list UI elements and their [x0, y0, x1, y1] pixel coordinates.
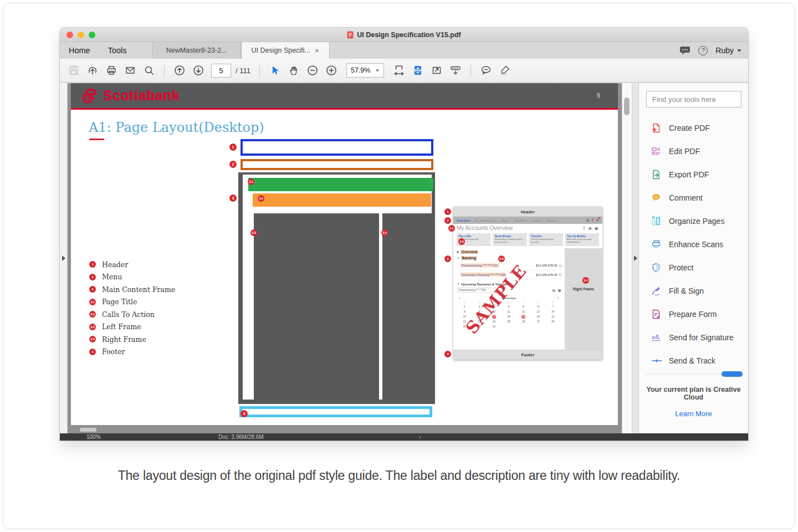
plan-text: Your current plan is Creative Cloud: [639, 386, 748, 401]
doc-tab-ui-design-spec[interactable]: UI Design Specifi... ×: [241, 42, 330, 59]
calendar-day: 12: [516, 309, 531, 314]
tool-label: Export PDF: [669, 170, 709, 179]
sample-account-row: Powerchecking *** **** 001 $12,345,678.9…: [457, 261, 562, 270]
close-tab-icon[interactable]: ×: [315, 47, 319, 55]
minimize-window-button[interactable]: [78, 32, 84, 38]
left-panel-strip: [60, 83, 68, 433]
zoom-window-button[interactable]: [89, 32, 95, 38]
chevron-down-icon: [376, 69, 379, 71]
calendar-day: 15: [457, 314, 472, 319]
doc-tab-newmaster[interactable]: NewMaster8-23-2...: [152, 42, 241, 59]
hand-tool-button[interactable]: [285, 62, 302, 79]
tool-send-and-track[interactable]: Send & Track: [639, 349, 748, 372]
calendar-day: 25: [502, 319, 516, 324]
calendar-day: 22: [457, 319, 472, 324]
close-window-button[interactable]: [66, 32, 73, 38]
sample-badge-2: 2: [444, 217, 451, 224]
tool-prepare-form[interactable]: Prepare Form: [639, 303, 748, 326]
enhance-scans-icon: [651, 239, 662, 250]
legend-item: 1 Header: [89, 260, 175, 268]
tool-comment[interactable]: Comment: [639, 186, 748, 209]
tool-edit-pdf[interactable]: Edit PDF: [639, 140, 748, 163]
comment-tool-button[interactable]: [478, 62, 494, 79]
calendar-days-grid: 1 2 3 4 5: [457, 304, 560, 329]
vertical-scrollbar[interactable]: [622, 83, 632, 433]
wireframe-right-frame: [382, 213, 432, 402]
partial-blue-button[interactable]: [722, 371, 743, 377]
horizontal-scrollbar-thumb[interactable]: [80, 428, 96, 432]
calendar-day: 11: [502, 309, 516, 314]
tool-enhance-scans[interactable]: Enhance Scans: [639, 233, 748, 256]
legend-label: Left Frame: [102, 323, 141, 331]
legend-badge: 3: [89, 286, 96, 293]
page-number-input[interactable]: [211, 64, 231, 78]
tool-protect[interactable]: Protect: [639, 256, 748, 279]
pdf-file-icon: [347, 31, 354, 39]
fit-width-button[interactable]: [391, 62, 407, 79]
hide-toolbar-button[interactable]: [447, 62, 464, 79]
tool-export-pdf[interactable]: Export PDF: [639, 163, 748, 186]
calendar-day: 16: [472, 314, 487, 319]
legend-item: 3.1 Page Title: [89, 298, 175, 306]
wireframe-left-frame: [254, 213, 379, 402]
upload-cloud-button[interactable]: [84, 62, 101, 79]
collapse-tools-panel-arrow-icon[interactable]: [634, 255, 637, 261]
badge-3-4: 3.4: [381, 229, 388, 236]
learn-more-link[interactable]: Learn More: [639, 410, 748, 418]
tab-tools[interactable]: Tools: [99, 42, 136, 59]
calendar-day: 1: [457, 304, 472, 309]
sample-upcoming-section: ▼ Upcoming Payments & Transfers: [457, 281, 562, 287]
protect-shield-icon: [651, 262, 662, 273]
select-tool-button[interactable]: [267, 62, 283, 79]
user-account-menu[interactable]: Ruby: [715, 46, 741, 55]
tool-send-for-signature[interactable]: Send for Signature: [639, 326, 748, 349]
send-and-track-icon: [651, 355, 662, 366]
tools-search-input[interactable]: [646, 91, 741, 108]
fit-page-button[interactable]: [410, 62, 426, 79]
tab-home[interactable]: Home: [60, 42, 99, 59]
tool-create-pdf[interactable]: Create PDF: [639, 116, 748, 140]
titlebar[interactable]: UI Design Specification V15.pdf: [60, 28, 748, 42]
sample-cta-cards: Pay a Bill Set funds to pay a bill Send …: [453, 232, 602, 248]
tool-fill-sign[interactable]: Fill & Sign: [639, 279, 748, 303]
tools-panel-divider: [632, 83, 638, 433]
sample-cta-card: Transfer Transfer money between accounts: [529, 233, 563, 246]
wireframe-menu-box: [241, 159, 433, 170]
tools-separator: [646, 374, 741, 374]
legend-badge: 2: [89, 274, 96, 280]
toolbar: / 111 57.9%: [60, 59, 748, 83]
notifications-bubble-icon[interactable]: [679, 46, 690, 55]
search-button[interactable]: [141, 62, 157, 79]
expand-left-panel-arrow-icon[interactable]: [62, 255, 65, 261]
zoom-out-button[interactable]: [304, 62, 321, 79]
tool-organize-pages[interactable]: Organize Pages: [639, 209, 748, 233]
highlight-tool-button[interactable]: [497, 62, 513, 79]
help-icon[interactable]: ?: [698, 46, 708, 55]
pdf-page: Scotiabank 5 A1: Page Layout(Desktop) 1 …: [71, 83, 618, 425]
export-pdf-icon: [651, 169, 662, 180]
vertical-scrollbar-thumb[interactable]: [624, 98, 630, 115]
next-page-button[interactable]: [190, 62, 207, 79]
calendar-day: 8: [457, 309, 472, 314]
zoom-level-select[interactable]: 57.9%: [346, 63, 384, 78]
scotiabank-logo-icon: [81, 88, 98, 104]
fullscreen-button[interactable]: [428, 62, 445, 79]
zoom-in-button[interactable]: [323, 62, 340, 79]
wireframe-cta-bar: [253, 193, 431, 207]
save-button[interactable]: [65, 62, 82, 79]
legend-item: 3.4 Right Frame: [89, 335, 175, 343]
previous-page-button[interactable]: [171, 62, 188, 79]
expanded-arrow-icon: ▼: [457, 257, 459, 259]
email-button[interactable]: [122, 62, 139, 79]
calendar-day: 10: [487, 309, 502, 314]
sample-overview-section: ▶ Overview: [457, 249, 562, 255]
print-button[interactable]: [103, 62, 120, 79]
sample-badge-1: 1: [444, 208, 451, 215]
view-toggle-icons: ▤ ▦: [552, 288, 562, 292]
calendar-day: 3: [487, 304, 502, 309]
tool-label: Send & Track: [669, 356, 715, 365]
pdf-viewport[interactable]: Scotiabank 5 A1: Page Layout(Desktop) 1 …: [68, 83, 622, 433]
tools-list: Create PDF Edit PDF Export PDF Comment O…: [639, 116, 748, 372]
status-chevron: ›: [419, 434, 421, 440]
sample-menu-item: Pay ▾: [502, 218, 509, 222]
